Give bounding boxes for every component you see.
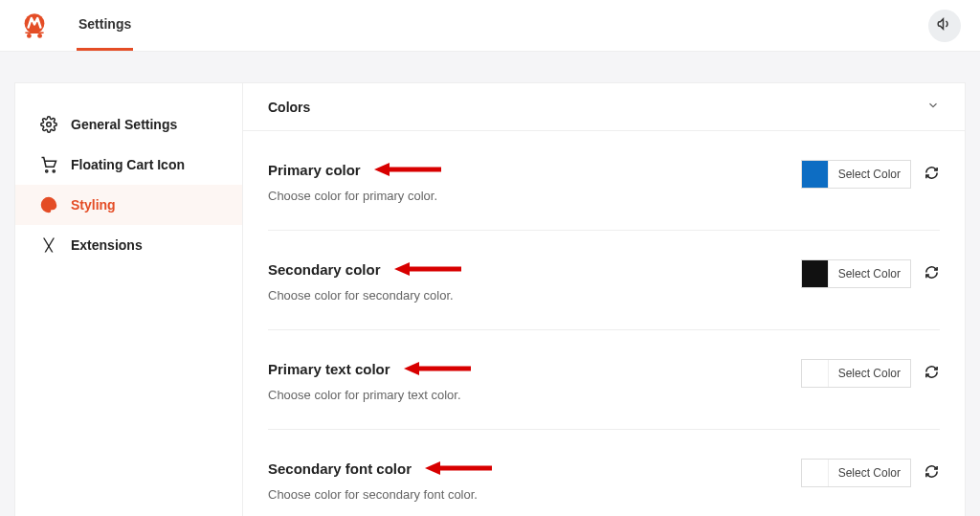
- svg-marker-11: [374, 163, 390, 176]
- select-color-button[interactable]: Select Color: [801, 160, 911, 189]
- svg-marker-13: [394, 262, 410, 276]
- svg-point-6: [53, 170, 55, 172]
- color-row-primary: Primary color Choose color for primary c…: [268, 131, 940, 231]
- annotation-arrow-icon: [374, 160, 443, 179]
- color-rows: Primary color Choose color for primary c…: [243, 131, 965, 516]
- reset-color-button[interactable]: [923, 166, 940, 183]
- row-desc: Choose color for primary text color.: [268, 388, 801, 402]
- svg-marker-15: [404, 362, 419, 375]
- sidebar-item-label: Styling: [71, 197, 116, 213]
- sidebar-item-extensions[interactable]: Extensions: [15, 225, 242, 265]
- tab-label: Settings: [78, 16, 131, 32]
- reset-color-button[interactable]: [923, 464, 940, 482]
- row-title: Secondary color: [268, 261, 381, 278]
- svg-point-8: [47, 201, 49, 203]
- color-row-secondary: Secondary color Choose color for seconda…: [268, 231, 940, 330]
- section-header-colors[interactable]: Colors: [243, 83, 965, 131]
- color-picker: Select Color: [801, 160, 940, 189]
- color-picker: Select Color: [801, 259, 940, 288]
- svg-point-9: [51, 201, 53, 203]
- refresh-icon: [924, 265, 939, 283]
- select-color-label: Select Color: [829, 466, 910, 480]
- select-color-button[interactable]: Select Color: [801, 459, 911, 487]
- row-desc: Choose color for secondary font color.: [268, 487, 801, 502]
- color-row-primary-text: Primary text color Choose color for prim…: [268, 330, 940, 430]
- sidebar-item-floating-cart-icon[interactable]: Floating Cart Icon: [15, 145, 242, 185]
- annotation-arrow-icon: [404, 359, 473, 378]
- refresh-icon: [924, 365, 939, 383]
- color-row-secondary-font: Secondary font color Choose color for se…: [268, 430, 940, 516]
- sidebar-item-label: General Settings: [71, 117, 177, 132]
- row-title: Primary color: [268, 162, 361, 178]
- color-picker: Select Color: [801, 359, 940, 388]
- sidebar: General Settings Floating Cart Icon Styl…: [14, 82, 242, 516]
- reset-color-button[interactable]: [923, 365, 940, 382]
- select-color-button[interactable]: Select Color: [801, 359, 911, 388]
- main-layout: General Settings Floating Cart Icon Styl…: [0, 52, 980, 516]
- row-title: Primary text color: [268, 361, 390, 377]
- svg-point-4: [47, 123, 52, 127]
- svg-point-7: [45, 204, 47, 206]
- select-color-label: Select Color: [829, 267, 910, 280]
- color-swatch: [802, 460, 829, 486]
- color-swatch: [802, 360, 829, 387]
- sidebar-item-label: Extensions: [71, 237, 143, 253]
- annotation-arrow-icon: [425, 459, 494, 478]
- annotation-arrow-icon: [394, 259, 463, 279]
- svg-point-1: [27, 34, 32, 38]
- color-picker: Select Color: [801, 459, 940, 487]
- cart-icon: [40, 156, 57, 173]
- sidebar-item-general-settings[interactable]: General Settings: [15, 104, 242, 145]
- row-desc: Choose color for secondary color.: [268, 288, 801, 303]
- select-color-button[interactable]: Select Color: [801, 259, 911, 288]
- topbar: Settings: [0, 0, 980, 52]
- row-title: Secondary font color: [268, 460, 412, 477]
- refresh-icon: [924, 464, 939, 482]
- section-title: Colors: [268, 100, 310, 115]
- row-desc: Choose color for primary color.: [268, 189, 801, 203]
- sidebar-item-label: Floating Cart Icon: [71, 157, 185, 172]
- select-color-label: Select Color: [829, 168, 910, 181]
- color-swatch: [802, 161, 829, 188]
- top-tabs: Settings: [77, 0, 133, 51]
- gear-icon: [40, 116, 57, 133]
- content-panel: Colors Primary color Choose color for pr…: [242, 82, 966, 516]
- sidebar-item-styling[interactable]: Styling: [15, 185, 242, 225]
- svg-point-2: [37, 34, 42, 38]
- palette-icon: [40, 196, 57, 213]
- svg-marker-17: [425, 461, 440, 475]
- app-logo: [19, 11, 50, 41]
- refresh-icon: [924, 166, 939, 184]
- chevron-down-icon: [926, 99, 940, 115]
- color-swatch: [802, 260, 829, 287]
- reset-color-button[interactable]: [923, 265, 940, 282]
- announcements-button[interactable]: [928, 10, 961, 42]
- svg-point-5: [46, 170, 48, 172]
- select-color-label: Select Color: [829, 367, 910, 380]
- tools-icon: [40, 236, 57, 254]
- tab-settings[interactable]: Settings: [77, 0, 133, 51]
- megaphone-icon: [936, 15, 953, 36]
